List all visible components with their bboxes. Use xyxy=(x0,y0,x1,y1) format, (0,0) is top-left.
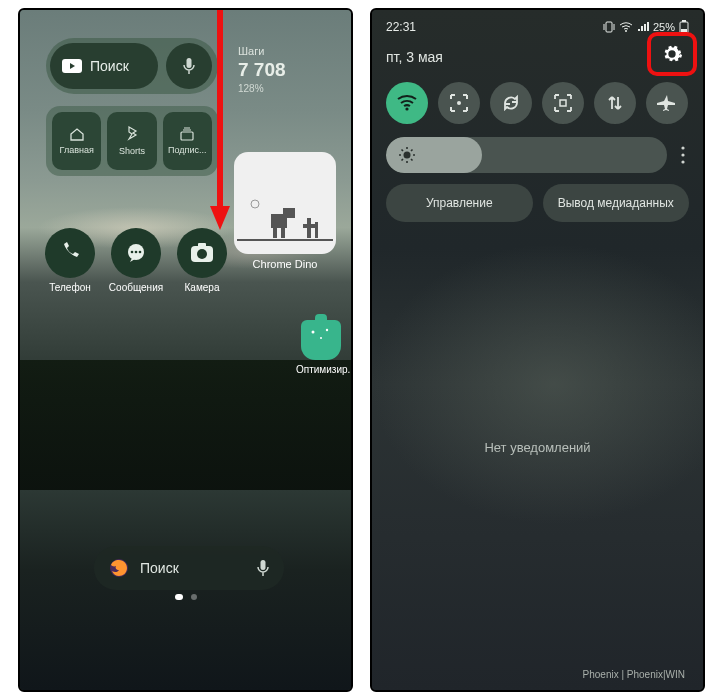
steps-label: Шаги xyxy=(238,45,286,57)
qs-data[interactable] xyxy=(594,82,636,124)
camera-icon xyxy=(189,242,215,264)
youtube-tab-home[interactable]: Главная xyxy=(52,112,101,170)
home-icon xyxy=(69,127,85,141)
app-messages[interactable]: Сообщения xyxy=(108,228,164,293)
control-row: Управление Вывод медиаданных xyxy=(386,184,689,222)
svg-rect-9 xyxy=(315,222,318,238)
signal-icon xyxy=(637,22,649,32)
app-optimize[interactable]: Оптимизир. xyxy=(296,320,346,375)
steps-percent: 128% xyxy=(238,83,286,94)
airplane-icon xyxy=(657,93,677,113)
data-arrows-icon xyxy=(605,93,625,113)
svg-line-39 xyxy=(411,159,413,161)
qs-airplane[interactable] xyxy=(646,82,688,124)
wifi-icon xyxy=(396,94,418,112)
dino-scene-icon xyxy=(237,194,333,254)
mic-icon xyxy=(182,57,196,75)
wifi-icon xyxy=(619,22,633,32)
broom-icon xyxy=(301,320,341,360)
media-output-button[interactable]: Вывод медиаданных xyxy=(543,184,690,222)
svg-point-33 xyxy=(404,152,411,159)
home-screen: Поиск Шаги 7 708 128% Главная Shorts Под… xyxy=(18,8,353,692)
page-dot-active xyxy=(175,594,183,600)
qs-focus[interactable] xyxy=(438,82,480,124)
brightness-more-button[interactable] xyxy=(677,146,689,164)
svg-rect-4 xyxy=(283,208,295,218)
svg-rect-2 xyxy=(181,132,193,140)
wallpaper-reflection xyxy=(20,490,351,690)
app-label: Оптимизир. xyxy=(296,364,346,375)
qs-sync[interactable] xyxy=(490,82,532,124)
svg-point-13 xyxy=(131,251,134,254)
svg-point-15 xyxy=(139,251,142,254)
panel-header: пт, 3 мая xyxy=(386,42,689,72)
svg-rect-8 xyxy=(303,224,315,228)
youtube-tab-label: Главная xyxy=(60,145,94,155)
chrome-dino-widget[interactable] xyxy=(234,152,336,254)
svg-point-30 xyxy=(405,107,408,110)
youtube-tab-subscriptions[interactable]: Подпис... xyxy=(163,112,212,170)
svg-point-17 xyxy=(197,249,207,259)
page-indicator xyxy=(20,594,351,600)
youtube-mic-button[interactable] xyxy=(166,43,212,89)
brightness-slider[interactable] xyxy=(386,137,667,173)
steps-widget[interactable]: Шаги 7 708 128% xyxy=(238,45,286,94)
panel-date: пт, 3 мая xyxy=(386,49,443,65)
status-time: 22:31 xyxy=(386,20,416,34)
youtube-tab-shorts[interactable]: Shorts xyxy=(107,112,156,170)
app-label: Телефон xyxy=(42,282,98,293)
svg-rect-18 xyxy=(198,243,206,247)
sun-icon xyxy=(398,146,416,164)
youtube-search-pill[interactable]: Поиск xyxy=(50,43,158,89)
svg-rect-32 xyxy=(560,100,566,106)
phone-icon xyxy=(58,241,82,265)
app-phone[interactable]: Телефон xyxy=(42,228,98,293)
svg-point-20 xyxy=(326,329,328,331)
chrome-dino-label: Chrome Dino xyxy=(234,258,336,270)
svg-point-44 xyxy=(681,160,684,163)
svg-line-38 xyxy=(402,150,404,152)
gear-icon[interactable] xyxy=(661,43,683,65)
youtube-search-label: Поиск xyxy=(90,58,129,74)
page-dot xyxy=(191,594,197,600)
svg-line-40 xyxy=(402,159,404,161)
app-label: Сообщения xyxy=(108,282,164,293)
svg-point-14 xyxy=(135,251,138,254)
svg-point-43 xyxy=(681,153,684,156)
firefox-search-widget[interactable]: Поиск xyxy=(94,546,284,590)
devices-control-button[interactable]: Управление xyxy=(386,184,533,222)
svg-point-26 xyxy=(625,30,627,32)
svg-point-21 xyxy=(320,337,322,339)
youtube-search-widget[interactable]: Поиск xyxy=(46,38,218,94)
youtube-icon xyxy=(62,59,82,73)
qs-qrcode[interactable] xyxy=(542,82,584,124)
quick-settings-row xyxy=(386,82,689,124)
app-camera[interactable]: Камера xyxy=(174,228,230,293)
app-label: Камера xyxy=(174,282,230,293)
vibrate-icon xyxy=(603,21,615,33)
svg-line-41 xyxy=(411,150,413,152)
youtube-tabs-widget[interactable]: Главная Shorts Подпис... xyxy=(46,106,218,176)
mic-icon[interactable] xyxy=(256,558,270,578)
carrier-label: Phoenix | Phoenix|WIN xyxy=(583,669,685,680)
svg-rect-23 xyxy=(261,560,266,570)
focus-icon xyxy=(449,93,469,113)
brightness-row xyxy=(386,136,689,174)
firefox-icon xyxy=(108,557,130,579)
messages-icon xyxy=(124,241,148,265)
svg-rect-6 xyxy=(281,228,285,238)
sync-icon xyxy=(501,93,521,113)
youtube-tab-label: Подпис... xyxy=(168,145,206,155)
pill-label: Вывод медиаданных xyxy=(558,196,674,210)
svg-point-31 xyxy=(457,101,461,105)
svg-rect-1 xyxy=(187,58,192,68)
annotation-highlight-settings xyxy=(647,32,697,76)
svg-point-42 xyxy=(681,146,684,149)
svg-point-19 xyxy=(312,331,315,334)
more-icon xyxy=(681,146,685,164)
no-notifications-label: Нет уведомлений xyxy=(372,440,703,455)
qs-wifi[interactable] xyxy=(386,82,428,124)
svg-rect-28 xyxy=(682,20,686,22)
notification-panel: 22:31 25% пт, 3 мая xyxy=(370,8,705,692)
firefox-search-label: Поиск xyxy=(140,560,246,576)
